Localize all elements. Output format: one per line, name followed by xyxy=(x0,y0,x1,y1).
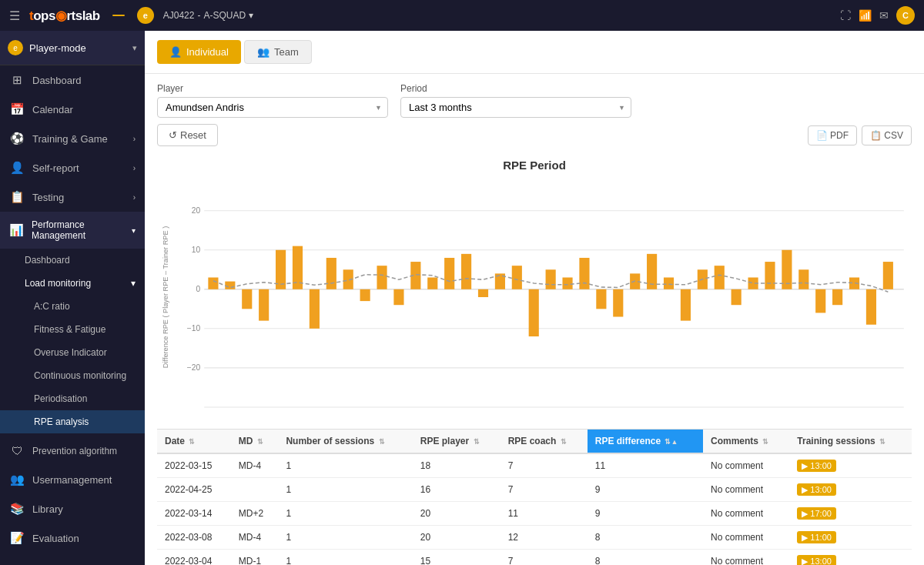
topbar-actions: ⛶ 📶 ✉ C xyxy=(840,6,915,25)
sidebar-item-library[interactable]: 📚 Library xyxy=(0,494,145,523)
cell-md: MD+2 xyxy=(231,502,279,526)
tab-team[interactable]: 👥 Team xyxy=(244,40,312,64)
squad-separator: - xyxy=(197,10,200,21)
table-row: 2022-03-04 MD-1 1 15 7 8 No comment ▶ 13… xyxy=(157,550,912,566)
th-num-sessions[interactable]: Number of sessions ⇅ xyxy=(278,430,412,454)
fullscreen-icon[interactable]: ⛶ xyxy=(840,9,851,22)
cell-num-sessions: 1 xyxy=(278,550,412,566)
period-select-wrapper: Last 3 months xyxy=(400,97,631,118)
pdf-button[interactable]: 📄 PDF xyxy=(808,125,857,145)
svg-text:0: 0 xyxy=(196,285,200,293)
svg-rect-18 xyxy=(310,289,320,329)
cell-rpe-player: 20 xyxy=(413,526,500,550)
cell-md: MD-1 xyxy=(231,550,279,566)
library-label: Library xyxy=(32,503,63,515)
player-select[interactable]: Amundsen Andris xyxy=(157,97,388,118)
player-mode-selector[interactable]: e Player-mode ▾ xyxy=(0,31,145,65)
player-mode-chevron-icon: ▾ xyxy=(132,43,137,53)
topbar: ☰ tops◉rtslab e AJ0422 - A-SQUAD ▾ ⛶ 📶 ✉… xyxy=(0,0,924,31)
cell-rpe-player: 18 xyxy=(413,453,500,478)
player-filter: Player Amundsen Andris xyxy=(157,83,388,118)
menu-icon[interactable]: ☰ xyxy=(9,8,20,23)
table-body: 2022-03-15 MD-4 1 18 7 11 No comment ▶ 1… xyxy=(157,453,912,565)
content-tabs-header: 👤 Individual 👥 Team xyxy=(145,31,924,74)
svg-rect-49 xyxy=(832,289,842,305)
signal-icon[interactable]: 📶 xyxy=(859,9,872,22)
app-logo: tops◉rtslab xyxy=(29,8,100,24)
cell-rpe-player: 16 xyxy=(413,478,500,502)
sidebar-submenu-periodisation[interactable]: Periodisation xyxy=(0,387,145,410)
cell-date: 2022-03-15 xyxy=(157,453,231,478)
th-md[interactable]: MD ⇅ xyxy=(231,430,279,454)
sidebar-submenu-rpe-analysis[interactable]: RPE analysis xyxy=(0,410,145,433)
training-badge: ▶ 11:00 xyxy=(797,531,836,543)
th-rpe-difference-label: RPE difference xyxy=(595,436,661,446)
th-rpe-coach[interactable]: RPE coach ⇅ xyxy=(500,430,588,454)
sidebar-item-performance-management[interactable]: 📊 Performance Management ▾ xyxy=(0,212,145,249)
svg-text:2022-03-30: 2022-03-30 xyxy=(622,415,658,416)
sidebar-item-evaluation[interactable]: 📝 Evaluation xyxy=(0,523,145,553)
cell-comments: No comment xyxy=(703,502,789,526)
svg-rect-28 xyxy=(478,289,488,297)
squad-selector[interactable]: AJ0422 - A-SQUAD ▾ xyxy=(163,10,253,21)
svg-rect-31 xyxy=(529,289,539,336)
csv-button[interactable]: 📋 CSV xyxy=(862,125,912,145)
th-date[interactable]: Date ⇅ xyxy=(157,430,231,454)
cell-num-sessions: 1 xyxy=(278,453,412,478)
evaluation-label: Evaluation xyxy=(32,533,79,544)
training-badge: ▶ 13:00 xyxy=(797,555,836,565)
sidebar-item-calendar[interactable]: 📅 Calendar xyxy=(0,95,145,124)
th-rpe-coach-label: RPE coach xyxy=(508,436,557,446)
sidebar-item-testing[interactable]: 📋 Testing › xyxy=(0,182,145,212)
sidebar-submenu-overuse-indicator[interactable]: Overuse Indicator xyxy=(0,341,145,364)
performance-chevron-icon: ▾ xyxy=(132,226,136,235)
cell-comments: No comment xyxy=(703,550,789,566)
ac-ratio-label: A:C ratio xyxy=(34,301,70,312)
th-comments[interactable]: Comments ⇅ xyxy=(703,430,789,454)
player-mode-badge: e xyxy=(8,40,23,55)
svg-text:−20: −20 xyxy=(187,363,201,372)
sidebar-item-dashboard[interactable]: ⊞ Dashboard xyxy=(0,65,145,95)
pm-dashboard-label: Dashboard xyxy=(25,255,70,266)
training-sort-icon: ⇅ xyxy=(879,438,886,446)
mail-icon[interactable]: ✉ xyxy=(879,9,889,22)
sidebar-item-self-report[interactable]: 👤 Self-report › xyxy=(0,153,145,182)
chart-area: RPE Period Difference RPE ( Player RPE –… xyxy=(145,152,924,416)
sidebar-submenu-continuous-monitoring[interactable]: Continuous monitoring xyxy=(0,364,145,387)
player-mode-label: Player-mode xyxy=(29,42,86,54)
cell-md: MD-4 xyxy=(231,526,279,550)
th-date-label: Date xyxy=(165,436,185,446)
sidebar-item-usermanagement[interactable]: 👥 Usermanagement xyxy=(0,465,145,494)
table-header-row: Date ⇅ MD ⇅ Number of sessions ⇅ RPE p xyxy=(157,430,912,454)
period-select[interactable]: Last 3 months xyxy=(400,97,631,118)
sidebar-submenu-ac-ratio[interactable]: A:C ratio xyxy=(0,295,145,318)
sidebar-item-training-game[interactable]: ⚽ Training & Game › xyxy=(0,124,145,153)
sidebar-item-prevention-algorithm[interactable]: 🛡 Prevention algorithm xyxy=(0,436,145,465)
calendar-icon: 📅 xyxy=(9,102,25,116)
md-sort-icon: ⇅ xyxy=(257,438,263,446)
th-rpe-difference[interactable]: RPE difference ⇅▲ xyxy=(588,430,703,454)
cell-comments: No comment xyxy=(703,478,789,502)
cell-num-sessions: 1 xyxy=(278,502,412,526)
periodisation-label: Periodisation xyxy=(34,393,87,404)
reset-button[interactable]: ↺ Reset xyxy=(157,124,218,146)
svg-rect-35 xyxy=(596,289,606,309)
filters-row: Player Amundsen Andris Period Last 3 mon… xyxy=(145,74,924,124)
user-avatar[interactable]: C xyxy=(896,6,915,25)
sidebar-submenu-pm-dashboard[interactable]: Dashboard xyxy=(0,249,145,272)
table-row: 2022-03-14 MD+2 1 20 11 9 No comment ▶ 1… xyxy=(157,502,912,526)
cell-comments: No comment xyxy=(703,526,789,550)
tab-individual[interactable]: 👤 Individual xyxy=(157,40,241,64)
svg-rect-39 xyxy=(664,277,674,289)
squad-chevron-icon: ▾ xyxy=(249,10,253,21)
sidebar-item-calendar-label: Calendar xyxy=(32,104,73,115)
sidebar-item-performance-label: Performance Management xyxy=(32,219,124,241)
svg-rect-26 xyxy=(444,258,454,289)
svg-text:2022-04-10: 2022-04-10 xyxy=(708,415,744,416)
sidebar-submenu-load-monitoring[interactable]: Load monitoring ▾ xyxy=(0,272,145,295)
sidebar-submenu-fitness-fatigue[interactable]: Fitness & Fatigue xyxy=(0,318,145,341)
svg-text:2022-03-08: 2022-03-08 xyxy=(453,415,489,416)
svg-rect-40 xyxy=(681,289,691,321)
th-rpe-player[interactable]: RPE player ⇅ xyxy=(413,430,500,454)
th-training-sessions[interactable]: Training sessions ⇅ xyxy=(789,430,912,454)
